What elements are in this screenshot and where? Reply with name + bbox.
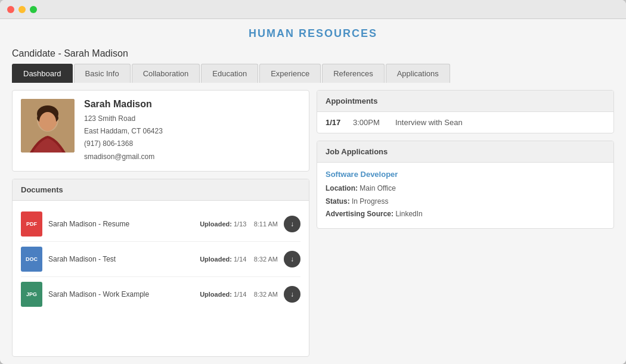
profile-photo [21,99,75,153]
close-button[interactable] [7,6,14,13]
job-applications-body: Software Developer Location: Main Office… [317,163,613,228]
tab-experience[interactable]: Experience [259,64,321,83]
candidate-title: Candidate - Sarah Madison [0,43,626,59]
appointment-row: 1/17 3:00PM Interview with Sean [317,112,613,133]
doc-upload-work: Uploaded: 1/14 8:32 AM [200,291,278,298]
left-column: Sarah Madison 123 Smith Road East Haddam… [12,90,309,357]
tab-applications[interactable]: Applications [386,64,450,83]
appointment-description: Interview with Sean [395,118,463,127]
appointment-date: 1/17 [326,118,343,127]
documents-card: Documents PDF Sarah Madison - Resume Upl… [12,179,309,357]
job-location: Location: Main Office [326,182,605,195]
appointment-time: 3:00PM [353,118,386,127]
tab-collaboration[interactable]: Collaboration [132,64,200,83]
appointments-header: Appointments [317,91,613,112]
tab-basic-info[interactable]: Basic Info [74,64,131,83]
profile-info: Sarah Madison 123 Smith Road East Haddam… [84,99,163,163]
pdf-icon: PDF [21,211,42,237]
tabs-bar: Dashboard Basic Info Collaboration Educa… [0,59,626,83]
download-test-button[interactable]: ↓ [284,251,300,267]
download-resume-button[interactable]: ↓ [284,216,300,232]
maximize-button[interactable] [30,6,37,13]
svg-point-5 [39,112,56,131]
titlebar [0,0,626,19]
appointments-card: Appointments 1/17 3:00PM Interview with … [317,90,614,133]
doc-name-work: Sarah Madison - Work Example [48,290,194,298]
job-applications-header: Job Applications [317,141,613,163]
profile-email: smadison@gmail.com [84,151,163,163]
tab-references[interactable]: References [322,64,384,83]
minimize-button[interactable] [18,6,26,13]
app-window: HUMAN RESOURCES Candidate - Sarah Madiso… [0,0,626,364]
right-column: Appointments 1/17 3:00PM Interview with … [317,90,614,357]
profile-address1: 123 Smith Road [84,113,163,125]
job-title[interactable]: Software Developer [326,170,605,179]
app-title: HUMAN RESOURCES [0,27,626,40]
profile-name: Sarah Madison [84,99,163,110]
doc-name-resume: Sarah Madison - Resume [48,220,194,228]
documents-body: PDF Sarah Madison - Resume Uploaded: 1/1… [13,201,309,318]
document-row: PDF Sarah Madison - Resume Uploaded: 1/1… [21,207,300,242]
tab-education[interactable]: Education [201,64,258,83]
job-applications-card: Job Applications Software Developer Loca… [317,141,614,229]
doc-icon: DOC [21,247,42,272]
document-row: JPG Sarah Madison - Work Example Uploade… [21,277,300,312]
profile-phone: (917) 806-1368 [84,138,163,150]
jpg-icon: JPG [21,282,42,307]
profile-address2: East Haddam, CT 06423 [84,126,163,137]
job-status: Status: In Progress [326,195,605,209]
doc-name-test: Sarah Madison - Test [48,255,194,263]
main-body: Sarah Madison 123 Smith Road East Haddam… [0,83,626,364]
job-advertising-source: Advertising Source: LinkedIn [326,208,605,221]
app-header: HUMAN RESOURCES [0,19,626,43]
tab-dashboard[interactable]: Dashboard [12,64,73,83]
document-row: DOC Sarah Madison - Test Uploaded: 1/14 … [21,242,300,277]
download-work-button[interactable]: ↓ [284,286,300,303]
profile-card: Sarah Madison 123 Smith Road East Haddam… [12,90,309,172]
app-content: HUMAN RESOURCES Candidate - Sarah Madiso… [0,19,626,364]
doc-upload-test: Uploaded: 1/14 8:32 AM [200,256,278,263]
doc-upload-resume: Uploaded: 1/13 8:11 AM [200,220,278,228]
documents-header: Documents [13,179,309,201]
